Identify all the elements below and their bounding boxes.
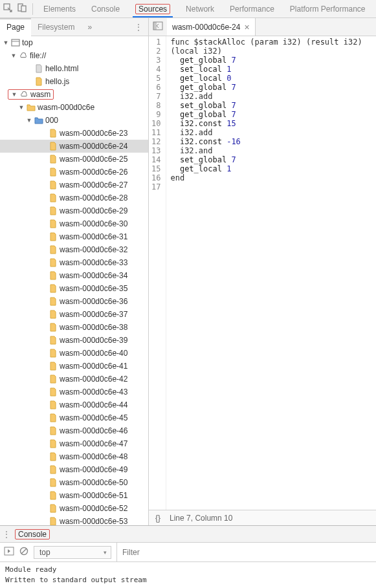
tab-console[interactable]: Console bbox=[83, 0, 127, 17]
file-tab-name: wasm-000d0c6e-24 bbox=[172, 23, 240, 32]
tree-item-wasm-000d0c6e-39[interactable]: wasm-000d0c6e-39 bbox=[0, 334, 148, 347]
pretty-print-icon[interactable]: {} bbox=[155, 514, 160, 523]
tree-hello-html[interactable]: hello.html bbox=[0, 62, 148, 75]
tree-item-wasm-000d0c6e-30[interactable]: wasm-000d0c6e-30 bbox=[0, 217, 148, 230]
tree-item-wasm-000d0c6e-53[interactable]: wasm-000d0c6e-53 bbox=[0, 515, 148, 525]
main-split: ▼top▼file://hello.htmlhello.js▼wasm▼wasm… bbox=[0, 36, 376, 525]
editor-tabs-bar: wasm-000d0c6e-24 × bbox=[149, 18, 376, 36]
tree-item-wasm-000d0c6e-51[interactable]: wasm-000d0c6e-51 bbox=[0, 489, 148, 502]
tree-item-wasm-000d0c6e-40[interactable]: wasm-000d0c6e-40 bbox=[0, 347, 148, 360]
console-drawer: ⋮ Console top Module readyWritten to sta… bbox=[0, 525, 376, 588]
tree-item-wasm-000d0c6e-27[interactable]: wasm-000d0c6e-27 bbox=[0, 179, 148, 191]
console-message: Module ready bbox=[5, 565, 371, 575]
tree-item-wasm-000d0c6e-33[interactable]: wasm-000d0c6e-33 bbox=[0, 256, 148, 269]
tree-wasm-root[interactable]: ▼wasm-000d0c6e bbox=[0, 101, 148, 114]
tree-item-wasm-000d0c6e-41[interactable]: wasm-000d0c6e-41 bbox=[0, 360, 148, 373]
context-selector[interactable]: top bbox=[34, 546, 111, 559]
tree-item-wasm-000d0c6e-31[interactable]: wasm-000d0c6e-31 bbox=[0, 230, 148, 243]
tab-performance[interactable]: Performance bbox=[222, 0, 282, 17]
tab-platform-performance[interactable]: Platform Performance bbox=[282, 0, 373, 17]
svg-line-9 bbox=[21, 549, 27, 554]
line-gutter: 1234567891011121314151617 bbox=[149, 36, 166, 510]
tree-item-wasm-000d0c6e-44[interactable]: wasm-000d0c6e-44 bbox=[0, 398, 148, 411]
tree-item-wasm-000d0c6e-46[interactable]: wasm-000d0c6e-46 bbox=[0, 424, 148, 437]
tree-item-wasm-000d0c6e-36[interactable]: wasm-000d0c6e-36 bbox=[0, 295, 148, 308]
editor-pane: 1234567891011121314151617 func $stackAll… bbox=[149, 36, 376, 525]
tree-item-wasm-000d0c6e-35[interactable]: wasm-000d0c6e-35 bbox=[0, 282, 148, 295]
svg-rect-2 bbox=[21, 6, 26, 12]
drawer-tabs: ⋮ Console bbox=[0, 526, 376, 543]
tree-top[interactable]: ▼top bbox=[0, 36, 148, 49]
tree-hello-js[interactable]: hello.js bbox=[0, 75, 148, 88]
tree-item-wasm-000d0c6e-29[interactable]: wasm-000d0c6e-29 bbox=[0, 204, 148, 217]
tree-item-wasm-000d0c6e-50[interactable]: wasm-000d0c6e-50 bbox=[0, 476, 148, 489]
navigator-tabs: Page Filesystem » ⋮ bbox=[0, 18, 149, 36]
device-toggle-icon[interactable] bbox=[17, 3, 27, 15]
top-icons bbox=[0, 3, 30, 15]
tree-item-wasm-000d0c6e-43[interactable]: wasm-000d0c6e-43 bbox=[0, 386, 148, 398]
top-tabs: Elements Console Sources Network Perform… bbox=[36, 0, 373, 17]
devtools-top-bar: Elements Console Sources Network Perform… bbox=[0, 0, 376, 18]
console-filter-input[interactable] bbox=[116, 543, 372, 561]
tree-wasm[interactable]: ▼wasm bbox=[0, 88, 148, 101]
drawer-menu-icon[interactable]: ⋮ bbox=[3, 530, 11, 539]
svg-rect-5 bbox=[12, 39, 19, 46]
close-tab-icon[interactable]: × bbox=[244, 22, 249, 32]
tab-elements[interactable]: Elements bbox=[36, 0, 83, 17]
sources-secondary-bar: Page Filesystem » ⋮ wasm-000d0c6e-24 × bbox=[0, 18, 376, 36]
nav-tab-more[interactable]: » bbox=[81, 18, 98, 36]
tree-folder-000[interactable]: ▼000 bbox=[0, 114, 148, 127]
tree-item-wasm-000d0c6e-48[interactable]: wasm-000d0c6e-48 bbox=[0, 450, 148, 463]
nav-tab-filesystem[interactable]: Filesystem bbox=[31, 18, 81, 36]
code-content[interactable]: func $stackAlloc (param i32) (result i32… bbox=[166, 36, 366, 510]
file-navigator[interactable]: ▼top▼file://hello.htmlhello.js▼wasm▼wasm… bbox=[0, 36, 149, 525]
tree-item-wasm-000d0c6e-37[interactable]: wasm-000d0c6e-37 bbox=[0, 308, 148, 321]
tree-item-wasm-000d0c6e-32[interactable]: wasm-000d0c6e-32 bbox=[0, 243, 148, 256]
toggle-navigator-icon[interactable] bbox=[149, 21, 167, 32]
tree-item-wasm-000d0c6e-34[interactable]: wasm-000d0c6e-34 bbox=[0, 269, 148, 282]
nav-menu-icon[interactable]: ⋮ bbox=[129, 23, 148, 32]
cursor-position: Line 7, Column 10 bbox=[170, 514, 232, 523]
tree-item-wasm-000d0c6e-28[interactable]: wasm-000d0c6e-28 bbox=[0, 191, 148, 204]
open-file-tab[interactable]: wasm-000d0c6e-24 × bbox=[167, 18, 256, 36]
tree-item-wasm-000d0c6e-38[interactable]: wasm-000d0c6e-38 bbox=[0, 321, 148, 334]
separator bbox=[32, 3, 33, 15]
tree-file-scheme[interactable]: ▼file:// bbox=[0, 49, 148, 62]
tree-item-wasm-000d0c6e-26[interactable]: wasm-000d0c6e-26 bbox=[0, 166, 148, 179]
tree-item-wasm-000d0c6e-52[interactable]: wasm-000d0c6e-52 bbox=[0, 502, 148, 515]
inspect-icon[interactable] bbox=[3, 3, 13, 15]
console-toolbar: top bbox=[0, 543, 376, 562]
tree-item-wasm-000d0c6e-42[interactable]: wasm-000d0c6e-42 bbox=[0, 373, 148, 386]
tree-item-wasm-000d0c6e-49[interactable]: wasm-000d0c6e-49 bbox=[0, 463, 148, 476]
tree-item-wasm-000d0c6e-23[interactable]: wasm-000d0c6e-23 bbox=[0, 127, 148, 140]
code-area[interactable]: 1234567891011121314151617 func $stackAll… bbox=[149, 36, 376, 510]
console-output[interactable]: Module readyWritten to standard output s… bbox=[0, 562, 376, 588]
console-message: Written to standard output stream bbox=[5, 575, 371, 585]
tree-item-wasm-000d0c6e-47[interactable]: wasm-000d0c6e-47 bbox=[0, 437, 148, 450]
drawer-tab-console[interactable]: Console bbox=[15, 529, 50, 539]
tree-item-wasm-000d0c6e-25[interactable]: wasm-000d0c6e-25 bbox=[0, 153, 148, 166]
svg-rect-4 bbox=[153, 22, 157, 30]
tree-item-wasm-000d0c6e-24[interactable]: wasm-000d0c6e-24 bbox=[0, 140, 148, 153]
clear-console-icon[interactable] bbox=[19, 547, 28, 558]
tree-item-wasm-000d0c6e-45[interactable]: wasm-000d0c6e-45 bbox=[0, 411, 148, 424]
tab-network[interactable]: Network bbox=[178, 0, 222, 17]
nav-tab-page[interactable]: Page bbox=[0, 18, 31, 36]
tab-sources[interactable]: Sources bbox=[127, 0, 178, 17]
editor-status-bar: {} Line 7, Column 10 bbox=[149, 510, 376, 525]
show-sidebar-icon[interactable] bbox=[4, 547, 14, 558]
